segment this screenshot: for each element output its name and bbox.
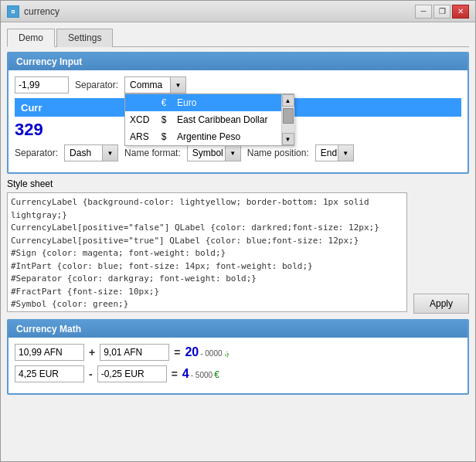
dropdown-name-eur: Euro <box>172 94 281 111</box>
name-position-label: Name position: <box>247 148 309 158</box>
tab-settings[interactable]: Settings <box>56 29 113 47</box>
scroll-down-arrow[interactable]: ▼ <box>282 133 294 145</box>
dropdown-item-ars[interactable]: ARS $ Argentine Peso <box>125 128 281 145</box>
math-input-2a[interactable] <box>15 365 84 382</box>
dropdown-name-ars: Argentine Peso <box>172 128 281 145</box>
name-format-arrow[interactable]: ▼ <box>225 145 240 161</box>
apply-button[interactable]: Apply <box>413 294 469 314</box>
name-position-arrow[interactable]: ▼ <box>338 145 353 161</box>
title-bar: ¤ currency ─ ❐ ✕ <box>1 1 475 22</box>
name-format-label: Name format: <box>124 148 181 158</box>
math-row-1: + = 20 - 0000 ؋ <box>15 344 461 361</box>
currency-math-panel: Currency Math + = 20 - 0000 ؋ <box>7 319 469 395</box>
math-int-2: 4 <box>182 367 189 381</box>
math-result-2: 4 - 5000 € <box>182 367 219 381</box>
separator2-label: Separator: <box>15 148 58 158</box>
scroll-up-arrow[interactable]: ▲ <box>282 94 294 107</box>
currency-input-body: Separator: Comma ▼ <box>8 70 468 172</box>
dropdown-symbol-xcd: $ <box>157 111 172 128</box>
math-frac-2: - 5000 <box>191 371 212 379</box>
separator2-value: Dash <box>65 146 107 160</box>
math-symbol-2: € <box>214 369 219 380</box>
restore-button[interactable]: ❐ <box>434 5 450 19</box>
separator2-arrow[interactable]: ▼ <box>102 145 117 161</box>
options-row: Separator: Dash ▼ Name format: Symbol ▼ <box>15 144 461 161</box>
name-position-dropdown[interactable]: End ▼ <box>315 144 354 161</box>
style-sheet-section: Style sheet Apply <box>7 178 469 314</box>
separator-dropdown-list: € Euro XCD $ East Caribbean Dollar <box>124 93 294 146</box>
minimize-button[interactable]: ─ <box>415 5 432 19</box>
name-format-select-wrapper: Symbol ▼ <box>187 144 241 161</box>
selected-currency-display[interactable]: Curr <box>15 98 57 117</box>
dropdown-item-xcd[interactable]: XCD $ East Caribbean Dollar <box>125 111 281 128</box>
currency-math-header: Currency Math <box>8 321 468 338</box>
main-window: ¤ currency ─ ❐ ✕ Demo Settings <box>0 0 476 462</box>
currency-value-input[interactable] <box>15 76 69 93</box>
tab-demo[interactable]: Demo <box>7 29 55 47</box>
math-equals-2: = <box>172 368 178 380</box>
dropdown-symbol-eur: € <box>157 94 172 111</box>
window-title: currency <box>24 6 60 17</box>
big-number: 329 <box>15 120 43 140</box>
dropdown-scrollbar: ▲ ▼ <box>281 94 294 145</box>
math-op-1: + <box>89 346 95 358</box>
dropdown-table-wrapper: € Euro XCD $ East Caribbean Dollar <box>125 94 281 145</box>
math-input-2b[interactable] <box>97 365 167 382</box>
style-sheet-label: Style sheet <box>7 178 407 189</box>
currency-math-body: + = 20 - 0000 ؋ - = 4 <box>8 338 468 393</box>
main-content: Demo Settings Currency Input Separator: … <box>1 22 475 461</box>
tab-bar: Demo Settings <box>7 29 469 47</box>
math-frac-1: - 0000 <box>200 349 222 358</box>
title-bar-buttons: ─ ❐ ✕ <box>415 5 469 19</box>
apply-button-wrapper: Apply <box>413 178 469 314</box>
separator2-select-wrapper: Dash ▼ <box>64 144 118 161</box>
dropdown-symbol-ars: $ <box>157 128 172 145</box>
title-bar-left: ¤ currency <box>7 5 60 18</box>
math-input-1b[interactable] <box>100 344 169 361</box>
math-symbol-1: ؋ <box>224 348 230 358</box>
math-row-2: - = 4 - 5000 € <box>15 365 461 382</box>
separator-select-wrapper: Comma ▼ € <box>124 76 186 93</box>
dropdown-code-ars: ARS <box>125 128 157 145</box>
dropdown-code-xcd: XCD <box>125 111 157 128</box>
separator-dropdown-arrow[interactable]: ▼ <box>170 77 185 93</box>
dropdown-item-euro[interactable]: € Euro <box>125 94 281 111</box>
close-button[interactable]: ✕ <box>452 5 469 19</box>
math-int-1: 20 <box>185 345 199 359</box>
currency-dropdown-table: € Euro XCD $ East Caribbean Dollar <box>125 94 281 145</box>
math-equals-1: = <box>174 346 180 358</box>
app-icon: ¤ <box>7 5 19 18</box>
math-input-1a[interactable] <box>15 344 84 361</box>
dropdown-name-xcd: East Caribbean Dollar <box>172 111 281 128</box>
dropdown-code-eur <box>125 94 157 111</box>
separator-label: Separator: <box>75 80 118 90</box>
separator2-dropdown[interactable]: Dash ▼ <box>64 144 118 161</box>
name-position-select-wrapper: End ▼ <box>315 144 354 161</box>
currency-input-panel: Currency Input Separator: Comma ▼ <box>7 52 469 174</box>
math-result-1: 20 - 0000 ؋ <box>185 345 229 359</box>
input-separator-row: Separator: Comma ▼ <box>15 76 461 93</box>
scroll-track <box>282 107 294 133</box>
currency-input-header: Currency Input <box>8 53 468 70</box>
scroll-thumb[interactable] <box>283 108 294 124</box>
math-op-2: - <box>89 368 93 380</box>
separator-dropdown[interactable]: Comma ▼ <box>124 76 186 93</box>
style-sheet-textarea[interactable] <box>7 192 407 312</box>
dropdown-scroll-container: € Euro XCD $ East Caribbean Dollar <box>125 94 294 145</box>
style-sheet-left: Style sheet <box>7 178 407 314</box>
name-format-dropdown[interactable]: Symbol ▼ <box>187 144 241 161</box>
